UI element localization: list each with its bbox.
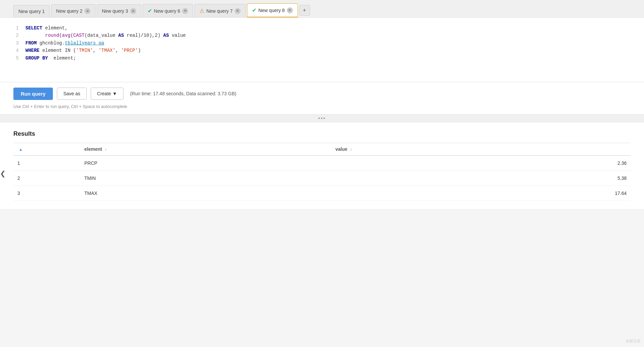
sort-both-icon: ↕ bbox=[105, 147, 107, 152]
code-line-empty bbox=[13, 62, 637, 75]
tab-close-button[interactable]: ✕ bbox=[84, 8, 90, 14]
line-number: 1 bbox=[13, 24, 19, 32]
toolbar: Run query Save as Create ▼ (Run time: 17… bbox=[0, 82, 644, 103]
table-header-row: ▲ element ↕ value ↕ bbox=[13, 143, 631, 155]
left-nav-arrow[interactable]: ❮ bbox=[0, 169, 6, 178]
col-label-element: element bbox=[84, 146, 102, 152]
tab-new-query-2[interactable]: New query 2 ✕ bbox=[51, 4, 96, 17]
tab-new-query-3[interactable]: New query 3 ✕ bbox=[97, 4, 141, 17]
save-as-button[interactable]: Save as bbox=[57, 88, 87, 100]
code-line-1: 1 SELECT element, bbox=[13, 24, 637, 32]
tab-label: New query 8 bbox=[258, 8, 285, 13]
create-button[interactable]: Create ▼ bbox=[91, 88, 124, 100]
create-chevron-icon: ▼ bbox=[112, 91, 117, 96]
add-tab-button[interactable]: + bbox=[299, 5, 310, 16]
code-line-3: 3 FROM ghcnblog.tblallyears_qa bbox=[13, 39, 637, 47]
tab-close-button[interactable]: ✕ bbox=[287, 7, 293, 13]
line-number: 4 bbox=[13, 47, 19, 54]
panel-divider[interactable]: ••• bbox=[0, 114, 644, 122]
tab-new-query-1[interactable]: New query 1 bbox=[13, 5, 50, 17]
tab-label: New query 2 bbox=[56, 8, 83, 14]
create-label: Create bbox=[97, 91, 111, 96]
code-line-5: 5 GROUP BY element; bbox=[13, 54, 637, 62]
tab-close-button[interactable]: ✕ bbox=[182, 8, 188, 14]
code-line-2: 2 round(avg(CAST(data_value AS real)/10)… bbox=[13, 32, 637, 39]
col-header-value[interactable]: value ↕ bbox=[331, 143, 631, 155]
sort-up-icon: ▲ bbox=[19, 147, 23, 152]
success-icon: ✔ bbox=[148, 8, 152, 14]
row-value: 5.38 bbox=[331, 171, 631, 186]
table-row: 1 PRCP 2.36 bbox=[13, 155, 631, 171]
tab-label: New query 6 bbox=[154, 8, 180, 14]
code-line-4: 4 WHERE element IN ('TMIN', 'TMAX', 'PRC… bbox=[13, 47, 637, 54]
tab-new-query-8[interactable]: ✔ New query 8 ✕ bbox=[247, 3, 298, 17]
row-element: TMAX bbox=[80, 186, 331, 201]
results-table-body: 1 PRCP 2.36 2 TMIN 5.38 3 TMAX 17.64 bbox=[13, 155, 631, 201]
tab-new-query-6[interactable]: ✔ New query 6 ✕ bbox=[143, 4, 193, 17]
row-num: 2 bbox=[13, 171, 80, 186]
results-title: Results bbox=[13, 130, 631, 137]
col-header-element[interactable]: element ↕ bbox=[80, 143, 331, 155]
tab-bar: New query 1 New query 2 ✕ New query 3 ✕ … bbox=[0, 0, 644, 18]
line-number: 5 bbox=[13, 54, 19, 62]
results-table: ▲ element ↕ value ↕ 1 PRCP 2.36 bbox=[13, 143, 631, 201]
col-label-value: value bbox=[335, 146, 347, 152]
warning-icon: ⚠ bbox=[199, 8, 204, 14]
results-container: Results ▲ element ↕ value ↕ 1 PRC bbox=[0, 122, 644, 209]
row-num: 3 bbox=[13, 186, 80, 201]
code-editor-container: 1 SELECT element, 2 round(avg(CAST(data_… bbox=[0, 18, 644, 82]
tab-label: New query 1 bbox=[18, 9, 45, 14]
row-element: TMIN bbox=[80, 171, 331, 186]
row-element: PRCP bbox=[80, 155, 331, 171]
line-number: 3 bbox=[13, 39, 19, 47]
tab-close-button[interactable]: ✕ bbox=[235, 8, 241, 14]
run-query-button[interactable]: Run query bbox=[13, 88, 53, 100]
table-row: 3 TMAX 17.64 bbox=[13, 186, 631, 201]
tab-label: New query 7 bbox=[206, 8, 233, 14]
col-header-rownum[interactable]: ▲ bbox=[13, 143, 80, 155]
code-editor[interactable]: 1 SELECT element, 2 round(avg(CAST(data_… bbox=[13, 24, 637, 75]
table-row: 2 TMIN 5.38 bbox=[13, 171, 631, 186]
success-icon: ✔ bbox=[252, 7, 256, 13]
tab-close-button[interactable]: ✕ bbox=[130, 8, 136, 14]
hint-text: Use Ctrl + Enter to run query, Ctrl + Sp… bbox=[0, 103, 644, 114]
row-num: 1 bbox=[13, 155, 80, 171]
tab-label: New query 3 bbox=[102, 8, 128, 14]
tab-new-query-7[interactable]: ⚠ New query 7 ✕ bbox=[194, 4, 246, 17]
row-value: 17.64 bbox=[331, 186, 631, 201]
row-value: 2.36 bbox=[331, 155, 631, 171]
sort-both-icon: ↕ bbox=[350, 147, 352, 152]
line-number: 2 bbox=[13, 32, 19, 39]
run-info: (Run time: 17.48 seconds, Data scanned: … bbox=[130, 91, 237, 96]
line-number bbox=[13, 62, 19, 75]
